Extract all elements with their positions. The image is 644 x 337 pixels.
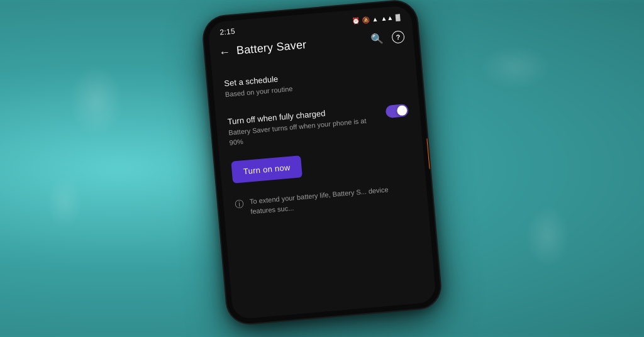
content-area: Set a schedule Based on your routine Tur… [211, 50, 436, 320]
info-text: To extend your battery life, Battery S..… [249, 183, 416, 217]
signal-icon: ▲▲ [380, 14, 394, 22]
status-time: 2:15 [219, 26, 236, 36]
info-icon: ⓘ [235, 199, 245, 211]
turn-off-text: Turn off when fully charged Battery Save… [227, 104, 380, 148]
wifi-icon: ▲ [372, 15, 379, 23]
alarm-icon: ⏰ [352, 17, 360, 25]
phone-screen: 2:15 ⏰ 🔕 ▲ ▲▲ ▓ ← Battery Saver 🔍 ? [208, 5, 436, 319]
phone-shell: 2:15 ⏰ 🔕 ▲ ▲▲ ▓ ← Battery Saver 🔍 ? [202, 0, 441, 325]
scene: 2:15 ⏰ 🔕 ▲ ▲▲ ▓ ← Battery Saver 🔍 ? [0, 0, 644, 337]
search-icon[interactable]: 🔍 [370, 32, 384, 45]
toggle-switch[interactable] [386, 104, 409, 118]
info-row: ⓘ To extend your battery life, Battery S… [223, 175, 428, 225]
battery-icon: ▓ [396, 13, 401, 21]
mute-icon: 🔕 [362, 16, 370, 23]
help-icon[interactable]: ? [391, 30, 405, 44]
back-button[interactable]: ← [218, 46, 231, 58]
turn-on-now-button[interactable]: Turn on now [231, 155, 303, 184]
status-icons: ⏰ 🔕 ▲ ▲▲ ▓ [352, 13, 401, 25]
top-icons: 🔍 ? [370, 30, 405, 46]
